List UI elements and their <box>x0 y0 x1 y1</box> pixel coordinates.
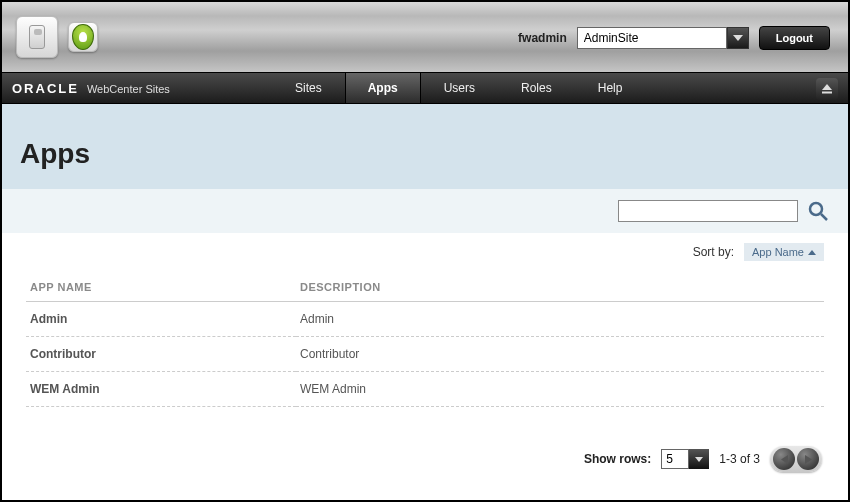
table-row[interactable]: ContributorContributor <box>26 337 824 372</box>
cell-description: WEM Admin <box>296 372 824 407</box>
table-row[interactable]: AdminAdmin <box>26 302 824 337</box>
svg-marker-1 <box>822 84 832 90</box>
sort-by-button[interactable]: App Name <box>744 243 824 261</box>
site-select-input[interactable] <box>577 27 727 49</box>
chevron-down-icon <box>695 457 703 462</box>
brand-oracle: ORACLE <box>12 81 79 96</box>
navbar: ORACLE WebCenter Sites SitesAppsUsersRol… <box>2 72 848 104</box>
nav-item-sites[interactable]: Sites <box>272 73 345 103</box>
svg-line-4 <box>821 214 827 220</box>
search-input[interactable] <box>618 200 798 222</box>
topbar-right: fwadmin Logout <box>518 26 830 50</box>
search-button[interactable] <box>806 199 830 223</box>
svg-marker-6 <box>781 455 788 464</box>
eject-button[interactable] <box>816 78 838 100</box>
svg-point-3 <box>810 203 822 215</box>
admin-app-button[interactable] <box>68 22 98 52</box>
search-icon <box>807 200 829 222</box>
search-row <box>2 189 848 233</box>
chevron-right-icon <box>805 455 812 464</box>
page-header: Apps <box>2 104 848 189</box>
svg-marker-5 <box>695 457 703 462</box>
apps-table-wrap: APP NAME DESCRIPTION AdminAdminContribut… <box>2 269 848 407</box>
page-range-text: 1-3 of 3 <box>719 452 760 466</box>
page-title: Apps <box>20 138 830 170</box>
show-rows-label: Show rows: <box>584 452 651 466</box>
nav-item-roles[interactable]: Roles <box>498 73 575 103</box>
svg-marker-7 <box>805 455 812 464</box>
nav-item-help[interactable]: Help <box>575 73 646 103</box>
switch-app-button[interactable] <box>16 16 58 58</box>
site-select-dropdown-button[interactable] <box>727 27 749 49</box>
pager: Show rows: 1-3 of 3 <box>584 446 822 472</box>
table-row[interactable]: WEM AdminWEM Admin <box>26 372 824 407</box>
next-page-button[interactable] <box>797 448 819 470</box>
nav-items: SitesAppsUsersRolesHelp <box>272 73 645 103</box>
col-description[interactable]: DESCRIPTION <box>296 273 824 302</box>
rows-per-page-select <box>661 449 709 469</box>
col-app-name[interactable]: APP NAME <box>26 273 296 302</box>
sort-by-value: App Name <box>752 246 804 258</box>
table-header-row: APP NAME DESCRIPTION <box>26 273 824 302</box>
pager-buttons <box>770 446 822 472</box>
app-frame: fwadmin Logout ORACLE WebCenter Sites Si… <box>0 0 850 502</box>
rows-per-page-dropdown-button[interactable] <box>689 449 709 469</box>
chevron-left-icon <box>781 455 788 464</box>
nav-item-users[interactable]: Users <box>421 73 498 103</box>
eject-icon <box>822 84 832 94</box>
brand-product: WebCenter Sites <box>87 83 170 95</box>
apps-table: APP NAME DESCRIPTION AdminAdminContribut… <box>26 273 824 407</box>
prev-page-button[interactable] <box>773 448 795 470</box>
sort-asc-icon <box>808 250 816 255</box>
site-selector <box>577 27 749 49</box>
switch-icon <box>29 25 45 49</box>
brand: ORACLE WebCenter Sites <box>12 81 170 96</box>
sort-row: Sort by: App Name <box>2 233 848 269</box>
sort-by-label: Sort by: <box>693 245 734 259</box>
cell-app-name: Admin <box>26 302 296 337</box>
logout-button[interactable]: Logout <box>759 26 830 50</box>
current-user-label: fwadmin <box>518 31 567 45</box>
chevron-down-icon <box>733 35 743 41</box>
topbar: fwadmin Logout <box>2 2 848 72</box>
svg-marker-0 <box>733 35 743 41</box>
cell-app-name: Contributor <box>26 337 296 372</box>
svg-rect-2 <box>822 92 832 94</box>
cell-app-name: WEM Admin <box>26 372 296 407</box>
nav-item-apps[interactable]: Apps <box>345 73 421 103</box>
shield-icon <box>72 24 94 50</box>
cell-description: Admin <box>296 302 824 337</box>
cell-description: Contributor <box>296 337 824 372</box>
rows-per-page-input[interactable] <box>661 449 689 469</box>
